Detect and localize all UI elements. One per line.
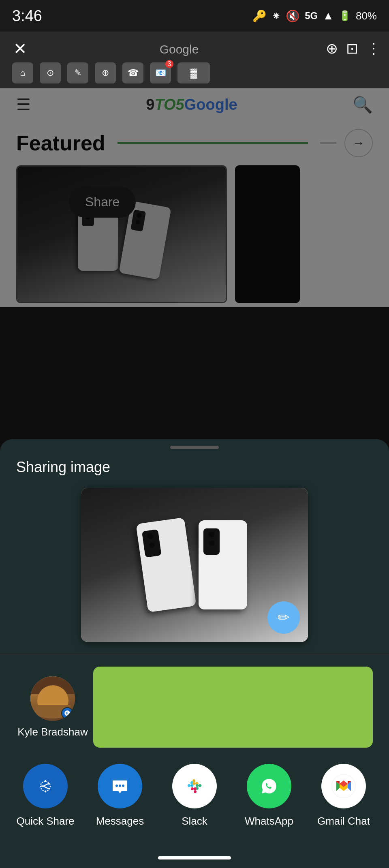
preview-camera-2 bbox=[203, 528, 220, 555]
contact-kyle[interactable]: Kyle Bradshaw bbox=[16, 676, 89, 738]
bookmark-7[interactable]: ▓ bbox=[177, 62, 210, 83]
preview-phone-front bbox=[199, 520, 247, 609]
bookmark-5[interactable]: ☎ bbox=[122, 62, 143, 83]
battery-icon: 🔋 bbox=[339, 10, 351, 21]
menu-button[interactable]: ⋮ bbox=[366, 40, 381, 57]
battery-label: 80% bbox=[356, 10, 377, 22]
signal-icon: ▲ bbox=[323, 9, 334, 22]
app-messages[interactable]: Messages bbox=[88, 764, 152, 827]
browser-actions: ⊕ ⊡ ⋮ bbox=[326, 40, 381, 57]
home-indicator bbox=[158, 856, 231, 859]
app-quick-share[interactable]: Quick Share bbox=[13, 764, 78, 827]
share-sheet: Sharing image ✏ bbox=[0, 439, 389, 868]
preview-dot-4 bbox=[209, 541, 214, 546]
bluetooth-icon: ⁕ bbox=[271, 9, 281, 23]
browser-close-button[interactable]: ✕ bbox=[8, 36, 32, 61]
tabs-button[interactable]: ⊡ bbox=[346, 40, 358, 57]
quick-share-label: Quick Share bbox=[16, 815, 74, 827]
app-whatsapp[interactable]: WhatsApp bbox=[237, 764, 301, 827]
svg-rect-16 bbox=[194, 790, 197, 793]
svg-rect-11 bbox=[192, 782, 195, 785]
new-tab-button[interactable]: ⊕ bbox=[326, 40, 338, 57]
edit-fab-button[interactable]: ✏ bbox=[267, 601, 300, 634]
messages-icon bbox=[98, 764, 142, 808]
preview-camera bbox=[142, 529, 162, 558]
svg-point-1 bbox=[34, 774, 57, 798]
quick-share-icon bbox=[23, 764, 68, 808]
network-icon: 5G bbox=[305, 10, 318, 21]
slack-icon bbox=[172, 764, 217, 808]
bookmark-4[interactable]: ⊕ bbox=[95, 62, 116, 83]
svg-rect-7 bbox=[188, 784, 190, 787]
bookmark-3[interactable]: ✎ bbox=[67, 62, 88, 83]
key-icon: 🔑 bbox=[252, 9, 267, 23]
app-gmail-chat[interactable]: Gmail Chat bbox=[311, 764, 376, 827]
share-divider bbox=[0, 654, 389, 654]
gmail-chat-icon bbox=[321, 764, 366, 808]
svg-point-6 bbox=[183, 774, 206, 798]
whatsapp-label: WhatsApp bbox=[245, 815, 293, 827]
svg-point-5 bbox=[122, 785, 124, 787]
app-grid: Quick Share Messages bbox=[0, 756, 389, 832]
kyle-avatar bbox=[30, 676, 75, 721]
svg-point-3 bbox=[115, 785, 118, 787]
kyle-name: Kyle Bradshaw bbox=[17, 726, 88, 738]
share-sheet-title: Sharing image bbox=[0, 459, 389, 488]
bookmark-6[interactable]: 3 📧 bbox=[150, 62, 171, 83]
gmail-chat-label: Gmail Chat bbox=[317, 815, 370, 827]
preview-dot-2 bbox=[149, 542, 155, 548]
bottom-nav bbox=[0, 848, 389, 868]
svg-rect-18 bbox=[191, 787, 194, 790]
recent-contacts-row: Kyle Bradshaw bbox=[0, 663, 389, 756]
svg-rect-13 bbox=[199, 784, 201, 787]
browser-address-bar[interactable]: Google bbox=[32, 41, 326, 57]
browser-chrome: ✕ Google ⊕ ⊡ ⋮ ⌂ ⊙ ✎ ⊕ ☎ 3 📧 ▓ bbox=[0, 32, 389, 88]
green-tile bbox=[93, 667, 373, 748]
preview-dot-1 bbox=[147, 533, 154, 540]
app-slack[interactable]: Slack bbox=[162, 764, 227, 827]
svg-point-4 bbox=[119, 785, 121, 787]
svg-rect-8 bbox=[190, 784, 193, 787]
preview-phone-back bbox=[136, 517, 196, 613]
bookmark-1[interactable]: ⌂ bbox=[12, 62, 33, 83]
slack-label: Slack bbox=[182, 815, 207, 827]
sheet-handle bbox=[170, 446, 219, 449]
whatsapp-icon bbox=[247, 764, 291, 808]
status-icons: 🔑 ⁕ 🔇 5G ▲ 🔋 80% bbox=[252, 9, 377, 23]
bookmark-2[interactable]: ⊙ bbox=[40, 62, 61, 83]
image-preview-container: ✏ bbox=[0, 488, 389, 654]
status-time: 3:46 bbox=[12, 7, 42, 25]
status-bar: 3:46 🔑 ⁕ 🔇 5G ▲ 🔋 80% bbox=[0, 0, 389, 32]
image-preview: ✏ bbox=[81, 488, 308, 642]
svg-rect-14 bbox=[196, 784, 199, 787]
bookmarks-bar: ⌂ ⊙ ✎ ⊕ ☎ 3 📧 ▓ bbox=[12, 62, 210, 83]
kyle-badge bbox=[61, 707, 73, 719]
messages-label: Messages bbox=[96, 815, 144, 827]
mute-icon: 🔇 bbox=[286, 9, 300, 23]
preview-dot-3 bbox=[208, 531, 214, 537]
svg-rect-17 bbox=[194, 787, 197, 790]
svg-rect-10 bbox=[192, 779, 195, 782]
